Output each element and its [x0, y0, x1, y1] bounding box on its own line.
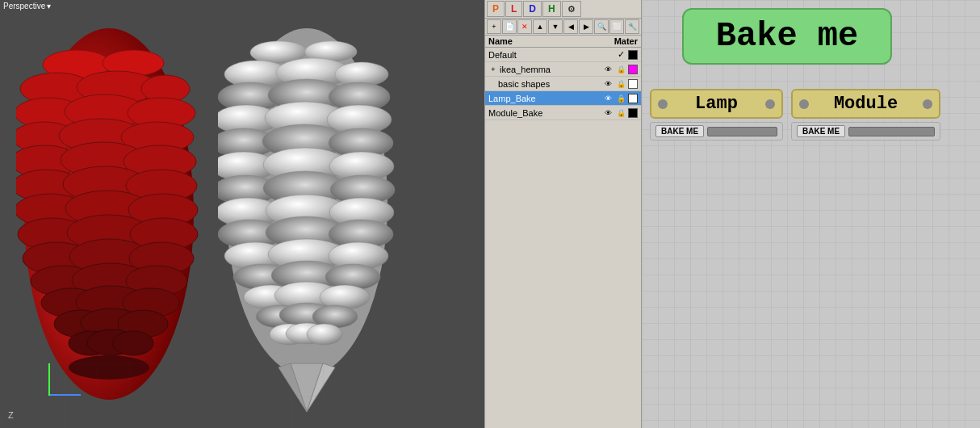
- scene-manager-panel: P L D H ⚙ + 📄 ✕ ▲ ▼ ◀ ▶ 🔍 ⬜ 🔧 Name Mater…: [484, 0, 642, 428]
- node-module[interactable]: Module BAKE ME: [791, 89, 940, 141]
- bake-me-label: Bake me: [716, 17, 858, 56]
- svg-point-38: [113, 331, 153, 355]
- layer-lamp-lock[interactable]: 🔒: [615, 93, 626, 104]
- layer-row-basic-shapes[interactable]: basic shapes 👁 🔒: [485, 77, 641, 91]
- layer-default-color: [628, 50, 638, 60]
- module-bake-progress: [848, 127, 935, 136]
- tab-l[interactable]: L: [505, 1, 522, 17]
- layer-basic-shapes-name: basic shapes: [488, 79, 602, 89]
- layer-basic-icons: 👁 🔒: [602, 78, 638, 90]
- layer-basic-lock[interactable]: 🔒: [615, 78, 626, 90]
- node-lamp-title[interactable]: Lamp: [650, 89, 783, 119]
- layer-lamp-icons: 👁 🔒: [602, 93, 638, 104]
- layer-module-lock[interactable]: 🔒: [615, 107, 626, 119]
- layer-module-icons: 👁 🔒: [602, 107, 638, 119]
- layer-lamp-eye[interactable]: 👁: [602, 93, 614, 104]
- tab-gear[interactable]: ⚙: [562, 1, 581, 17]
- lamp-bake-button[interactable]: BAKE ME: [655, 125, 704, 137]
- layer-module-eye[interactable]: 👁: [602, 107, 614, 119]
- layer-default-check: ✓: [618, 49, 625, 60]
- layer-ikea-lock[interactable]: 🔒: [615, 64, 626, 75]
- layer-ikea-eye[interactable]: 👁: [602, 64, 614, 75]
- bake-me-button[interactable]: Bake me: [682, 8, 892, 65]
- node-module-title[interactable]: Module: [791, 89, 940, 119]
- viewport-dropdown-icon[interactable]: ▾: [47, 2, 51, 10]
- layer-ikea-icons: 👁 🔒: [602, 64, 638, 75]
- scene-tab-row: P L D H ⚙: [485, 0, 641, 19]
- lamp-bake-progress: [707, 127, 777, 136]
- tab-d[interactable]: D: [523, 1, 542, 17]
- svg-point-81: [307, 324, 342, 345]
- layer-row-default[interactable]: Default ✓: [485, 48, 641, 62]
- tool-down[interactable]: ▼: [548, 19, 563, 34]
- module-bake-row: BAKE ME: [791, 122, 940, 141]
- tool-copy[interactable]: 📄: [502, 19, 517, 34]
- col-name-header: Name: [488, 36, 614, 46]
- layer-ikea-expand[interactable]: +: [488, 65, 498, 74]
- tool-up[interactable]: ▲: [533, 19, 547, 34]
- lamp-connector-right[interactable]: [765, 99, 775, 109]
- node-editor-panel[interactable]: Bake me Lamp BAKE ME Module BAKE ME: [642, 0, 980, 428]
- layer-ikea-name: ikea_hemma: [500, 65, 602, 74]
- layer-row-ikea[interactable]: + ikea_hemma 👁 🔒: [485, 62, 641, 77]
- layer-default-name: Default: [488, 50, 618, 60]
- tool-delete[interactable]: ✕: [517, 19, 532, 34]
- layer-module-color: [628, 108, 638, 118]
- module-connector-left[interactable]: [799, 99, 809, 109]
- z-axis-line: [48, 363, 50, 396]
- layer-lamp-bake-name: Lamp_Bake: [488, 94, 602, 103]
- silver-lamp-object: [218, 16, 396, 412]
- tool-add[interactable]: +: [487, 19, 501, 34]
- 3d-viewport[interactable]: Perspective ▾: [0, 0, 484, 428]
- lamp-connector-left[interactable]: [658, 99, 668, 109]
- tab-p[interactable]: P: [487, 1, 505, 17]
- x-axis-line: [48, 394, 81, 396]
- tool-settings[interactable]: 🔧: [625, 19, 639, 34]
- node-module-label: Module: [834, 94, 898, 114]
- tab-h[interactable]: H: [542, 1, 561, 17]
- viewport-label: Perspective: [3, 2, 45, 10]
- svg-point-75: [320, 285, 370, 309]
- module-connector-right[interactable]: [923, 99, 932, 109]
- tool-search[interactable]: 🔍: [594, 19, 609, 34]
- tool-right[interactable]: ▶: [579, 19, 593, 34]
- layer-row-module-bake[interactable]: Module_Bake 👁 🔒: [485, 106, 641, 120]
- layer-module-bake-name: Module_Bake: [488, 108, 602, 118]
- col-mater-header: Mater: [614, 36, 638, 46]
- layer-lamp-color: [628, 94, 638, 103]
- scene-toolbar-row: + 📄 ✕ ▲ ▼ ◀ ▶ 🔍 ⬜ 🔧: [485, 19, 641, 36]
- module-bake-button[interactable]: BAKE ME: [797, 125, 845, 137]
- tool-left[interactable]: ◀: [563, 19, 578, 34]
- layer-row-lamp-bake[interactable]: Lamp_Bake 👁 🔒: [485, 91, 641, 106]
- col-headers: Name Mater: [485, 36, 641, 48]
- svg-rect-85: [0, 363, 484, 428]
- layer-basic-color: [628, 79, 638, 89]
- layer-basic-eye[interactable]: 👁: [602, 78, 614, 90]
- node-lamp-label: Lamp: [695, 94, 738, 114]
- layer-ikea-color: [628, 65, 638, 74]
- lamp-bake-row: BAKE ME: [650, 122, 783, 141]
- red-lamp-object: [16, 16, 202, 412]
- viewport-grid: [0, 363, 484, 428]
- tool-select[interactable]: ⬜: [609, 19, 624, 34]
- node-lamp[interactable]: Lamp BAKE ME: [650, 89, 783, 141]
- z-axis-label: Z: [8, 410, 14, 420]
